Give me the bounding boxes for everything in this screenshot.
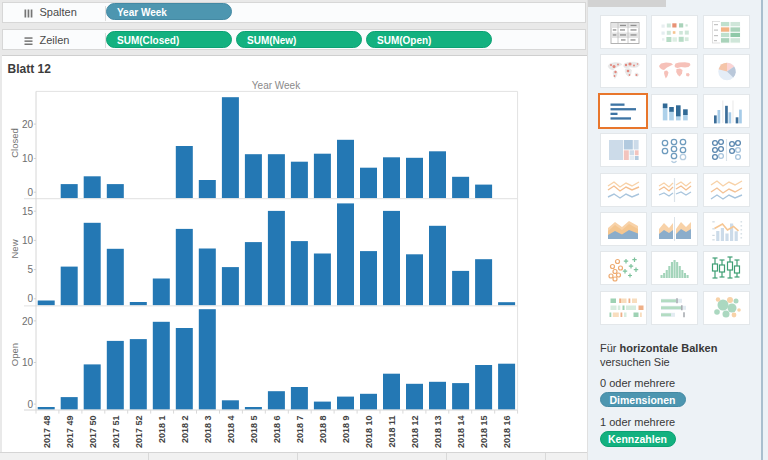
svg-text:2017 51: 2017 51 (111, 416, 121, 449)
svg-text:20: 20 (22, 119, 34, 130)
svg-text:2018 12: 2018 12 (410, 416, 420, 449)
svg-text:15: 15 (22, 206, 34, 217)
svg-text:Open: Open (9, 343, 20, 366)
svg-text:0: 0 (27, 187, 33, 198)
svg-text:2017 52: 2017 52 (134, 416, 144, 449)
svg-text:2018 5: 2018 5 (249, 416, 259, 444)
svg-text:2018 1: 2018 1 (157, 416, 167, 444)
svg-text:2018 3: 2018 3 (203, 416, 213, 444)
svg-text:10: 10 (22, 357, 34, 368)
svg-text:2017 49: 2017 49 (65, 416, 75, 449)
svg-text:5: 5 (27, 264, 33, 275)
svg-text:2017 48: 2017 48 (42, 416, 52, 449)
svg-text:2018 14: 2018 14 (456, 416, 466, 449)
svg-text:2018 9: 2018 9 (341, 416, 351, 444)
svg-text:Closed: Closed (9, 128, 20, 158)
svg-text:20: 20 (22, 316, 34, 327)
svg-text:2018 8: 2018 8 (318, 416, 328, 444)
svg-text:0: 0 (27, 399, 33, 410)
svg-text:10: 10 (22, 153, 34, 164)
svg-text:2018 10: 2018 10 (364, 416, 374, 449)
svg-text:New: New (9, 239, 20, 258)
svg-text:2018 2: 2018 2 (180, 416, 190, 444)
svg-text:2018 4: 2018 4 (226, 416, 236, 444)
svg-text:2018 13: 2018 13 (433, 416, 443, 449)
svg-text:10: 10 (22, 235, 34, 246)
svg-text:2018 7: 2018 7 (295, 416, 305, 444)
svg-text:2017 50: 2017 50 (88, 416, 98, 449)
svg-text:2018 6: 2018 6 (272, 416, 282, 444)
svg-text:2018 15: 2018 15 (479, 416, 489, 449)
svg-text:2018 16: 2018 16 (502, 416, 512, 449)
svg-text:2018 11: 2018 11 (387, 416, 397, 448)
svg-text:0: 0 (27, 293, 33, 304)
